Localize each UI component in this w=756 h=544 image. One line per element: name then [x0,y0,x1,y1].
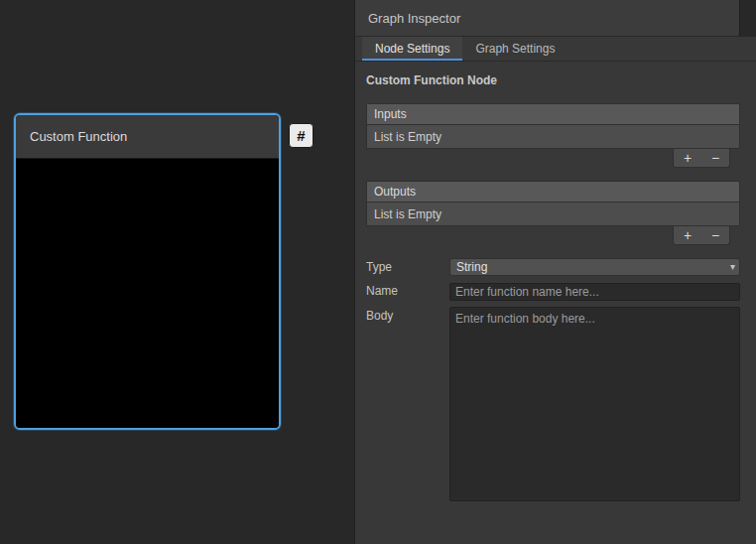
hash-badge-icon[interactable]: # [289,123,314,148]
inspector-title: Graph Inspector [368,11,460,26]
inputs-list: Inputs List is Empty + − [366,103,740,149]
scrollbar-track[interactable] [739,0,756,37]
node-header[interactable]: Custom Function [16,115,279,159]
type-dropdown[interactable]: String ▾ [449,258,740,276]
function-body-textarea[interactable] [449,307,740,501]
outputs-list-header: Outputs [366,181,740,202]
inspector-tab-bar: Node Settings Graph Settings [355,37,756,62]
tab-graph-settings-label: Graph Settings [475,42,555,56]
tab-node-settings-label: Node Settings [375,42,449,56]
type-field-row: Type String ▾ [366,258,740,276]
add-input-button[interactable]: + [677,150,698,166]
remove-output-button[interactable]: − [704,227,726,243]
inputs-list-footer: + − [673,149,730,168]
outputs-list-empty-row: List is Empty [366,202,740,226]
inputs-list-empty-row: List is Empty [366,124,740,149]
name-field-row: Name [366,282,740,301]
outputs-list: Outputs List is Empty + − [366,181,740,226]
graph-inspector-panel: Graph Inspector Node Settings Graph Sett… [354,0,756,544]
inspector-header[interactable]: Graph Inspector [355,0,756,37]
tab-node-settings[interactable]: Node Settings [362,37,462,61]
remove-input-button[interactable]: − [704,150,726,166]
graph-canvas[interactable]: Custom Function # [0,0,354,544]
inputs-header-label: Inputs [374,107,407,121]
custom-function-node[interactable]: Custom Function [14,113,281,430]
node-preview-body [16,159,279,428]
function-name-input[interactable] [449,283,740,301]
chevron-down-icon: ▾ [730,261,735,272]
add-output-button[interactable]: + [677,227,698,243]
inputs-list-header: Inputs [366,103,740,124]
type-label: Type [366,258,449,276]
body-label: Body [366,307,449,505]
body-field-row: Body [366,307,740,505]
outputs-list-footer: + − [673,226,730,245]
page-title: Custom Function Node [366,73,740,87]
outputs-empty-label: List is Empty [374,207,441,221]
hash-icon: # [297,127,305,144]
inspector-content: Custom Function Node Inputs List is Empt… [355,62,756,505]
outputs-header-label: Outputs [374,185,416,199]
node-title: Custom Function [30,129,127,144]
name-label: Name [366,282,449,301]
type-dropdown-value: String [456,260,487,274]
tab-graph-settings[interactable]: Graph Settings [462,37,567,61]
inputs-empty-label: List is Empty [374,130,441,144]
